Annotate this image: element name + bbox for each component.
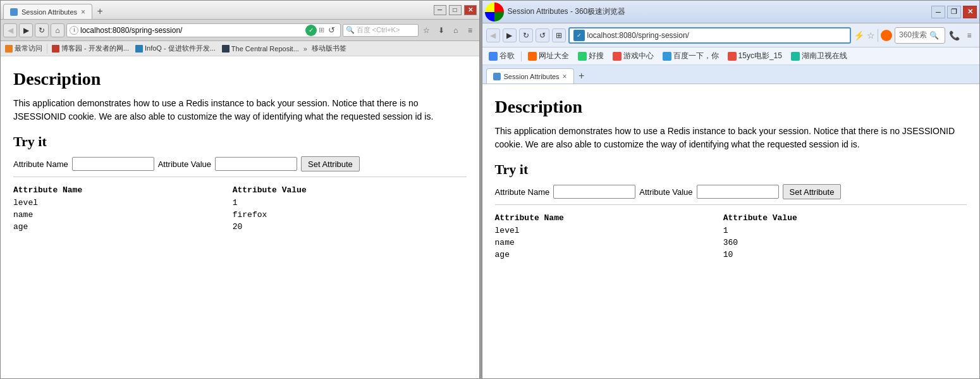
right-nav-bar: ◀ ▶ ↻ ↺ ⊞ ✓ localhost:8080/spring-sessio…: [482, 23, 979, 47]
left-nav-icon1: ⊞: [319, 26, 324, 34]
left-set-attribute-button[interactable]: Set Attribute: [301, 156, 360, 171]
left-page-content: Description This application demonstrate…: [1, 56, 479, 378]
left-tryit-heading: Try it: [13, 134, 467, 150]
left-bookmark-label-2: 博客园 - 开发者的网...: [61, 44, 129, 53]
left-download-icon[interactable]: ⬇: [435, 24, 448, 37]
right-grid-button[interactable]: ⊞: [552, 28, 566, 42]
right-title-content: Session Attributes - 360极速浏览器: [485, 3, 928, 22]
right-bookmark-favicon-4: [613, 52, 622, 61]
right-refresh1-button[interactable]: ↻: [519, 28, 533, 42]
right-bm-sep1: [521, 51, 522, 61]
left-form-row: Attribute Name Attribute Value Set Attri…: [13, 156, 467, 171]
left-tab-favicon: [10, 8, 18, 16]
left-home-button[interactable]: ⌂: [51, 23, 64, 37]
right-title-bar: Session Attributes - 360极速浏览器 ─ ❐ ✕: [482, 1, 979, 23]
left-search-placeholder: 百度 <Ctrl+K>: [357, 25, 400, 35]
left-bookmark-label-4: The Central Reposit...: [231, 45, 299, 53]
right-back-button[interactable]: ◀: [486, 28, 500, 42]
left-url-input[interactable]: localhost:8080/spring-session/: [80, 26, 303, 35]
left-maximize-button[interactable]: □: [449, 5, 462, 15]
right-address-bar[interactable]: ✓ localhost:8080/spring-session/: [568, 27, 851, 44]
left-row1-name: name: [13, 209, 233, 221]
left-attr-value-input[interactable]: [215, 157, 297, 171]
left-refresh-button[interactable]: ↻: [35, 23, 49, 37]
right-search-box[interactable]: 360搜索 🔍: [895, 27, 945, 44]
left-bookmark-favicon-1: [5, 45, 13, 53]
right-bookmark-favicon-7: [791, 52, 800, 61]
left-shield-icon: ✓: [305, 25, 317, 36]
left-tab-label: Session Attributes: [21, 8, 77, 16]
right-url-input[interactable]: localhost:8080/spring-session/: [587, 31, 846, 40]
right-bookmark-favicon-3: [578, 52, 587, 61]
right-nav-sep: [878, 29, 878, 42]
left-bookmark-label-5: 移动版书签: [312, 44, 346, 53]
right-bookmark-favicon-2: [528, 52, 537, 61]
left-home2-icon[interactable]: ⌂: [450, 24, 462, 37]
right-close-button[interactable]: ✕: [963, 6, 977, 18]
right-bookmark-4[interactable]: 游戏中心: [610, 49, 656, 63]
left-reload-icon[interactable]: ↺: [326, 25, 338, 36]
left-bookmarks-bar: 最常访问 博客园 - 开发者的网... InfoQ - 促进软件开发... Th…: [1, 41, 479, 56]
left-tabs-area: Session Attributes × +: [3, 1, 434, 19]
left-row1-value: firefox: [233, 209, 467, 221]
right-attr-value-input[interactable]: [697, 185, 779, 199]
left-bookmark-favicon-3: [135, 45, 143, 53]
left-bookmark-more[interactable]: »: [303, 45, 307, 53]
left-address-icon: ℹ: [70, 26, 78, 35]
left-active-tab[interactable]: Session Attributes ×: [3, 4, 92, 19]
left-bookmark-2[interactable]: 博客园 - 开发者的网...: [50, 43, 131, 54]
left-col-name-header: Attribute Name: [13, 183, 233, 197]
right-bookmark-5[interactable]: 百度一下，你: [660, 49, 721, 63]
right-tab-label: Session Attributes: [504, 73, 560, 80]
right-tab-favicon: [493, 73, 501, 80]
right-set-attribute-button[interactable]: Set Attribute: [783, 184, 842, 199]
left-close-button[interactable]: ✕: [464, 5, 477, 15]
right-active-tab[interactable]: Session Attributes ×: [486, 68, 574, 84]
right-description-text: This application demonstrates how to use…: [495, 125, 967, 151]
left-back-button[interactable]: ◀: [3, 23, 17, 37]
left-browser: Session Attributes × + ─ □ ✕ ◀ ▶ ↻ ⌂ ℹ l…: [0, 0, 480, 379]
right-row2-value: 10: [723, 249, 967, 261]
left-attr-name-input[interactable]: [72, 157, 154, 171]
left-bookmark-5[interactable]: 移动版书签: [310, 43, 348, 54]
right-bookmark-label-1: 谷歌: [499, 51, 515, 61]
right-bookmark-3[interactable]: 好搜: [575, 49, 606, 63]
right-attr-name-input[interactable]: [553, 185, 635, 199]
left-description-text: This application demonstrates how to use…: [13, 97, 467, 123]
right-minimize-button[interactable]: ─: [931, 6, 945, 18]
left-row2-value: 20: [233, 221, 467, 233]
right-page-content: Description This application demonstrate…: [482, 84, 979, 378]
right-bookmarks-bar: 谷歌 网址大全 好搜 游戏中心 百度一下，你 15yc电影_15 湖南卫视在线: [482, 47, 979, 65]
left-row0-name: level: [13, 197, 233, 209]
left-attr-value-label: Attribute Value: [158, 159, 211, 169]
right-star-icon[interactable]: ☆: [867, 30, 875, 40]
left-star-icon[interactable]: ☆: [420, 24, 433, 37]
right-bookmark-2[interactable]: 网址大全: [525, 49, 572, 63]
left-more-icon[interactable]: ≡: [464, 24, 477, 37]
right-attr-name-label: Attribute Name: [495, 187, 550, 197]
left-search-bar[interactable]: 🔍 百度 <Ctrl+K>: [343, 24, 419, 37]
left-table-row-1: name firefox: [13, 209, 467, 221]
right-tab-close[interactable]: ×: [563, 73, 567, 80]
left-divider: [13, 177, 467, 177]
right-forward-button[interactable]: ▶: [503, 28, 517, 42]
left-search-icon: 🔍: [346, 26, 355, 34]
right-more-icon[interactable]: ≡: [963, 29, 976, 42]
left-forward-button[interactable]: ▶: [19, 23, 33, 37]
left-tab-close[interactable]: ×: [81, 8, 85, 16]
right-new-tab-button[interactable]: +: [574, 68, 589, 84]
right-lightning-icon[interactable]: ⚡: [854, 30, 864, 40]
left-minimize-button[interactable]: ─: [434, 5, 446, 15]
right-refresh2-button[interactable]: ↺: [536, 28, 549, 42]
right-red-phone-icon[interactable]: 📞: [948, 29, 960, 42]
right-bookmark-7[interactable]: 湖南卫视在线: [788, 49, 850, 63]
left-address-bar[interactable]: ℹ localhost:8080/spring-session/ ✓ ⊞ ↺: [66, 23, 341, 37]
right-bookmark-1[interactable]: 谷歌: [486, 49, 517, 63]
left-bookmark-3[interactable]: InfoQ - 促进软件开发...: [133, 43, 217, 54]
left-bookmark-1[interactable]: 最常访问: [3, 43, 44, 54]
left-bookmark-4[interactable]: The Central Reposit...: [220, 44, 301, 53]
left-table-body: level 1 name firefox age 20: [13, 197, 467, 233]
left-new-tab-button[interactable]: +: [92, 4, 107, 19]
right-restore-button[interactable]: ❐: [947, 6, 961, 18]
right-bookmark-6[interactable]: 15yc电影_15: [725, 49, 785, 63]
